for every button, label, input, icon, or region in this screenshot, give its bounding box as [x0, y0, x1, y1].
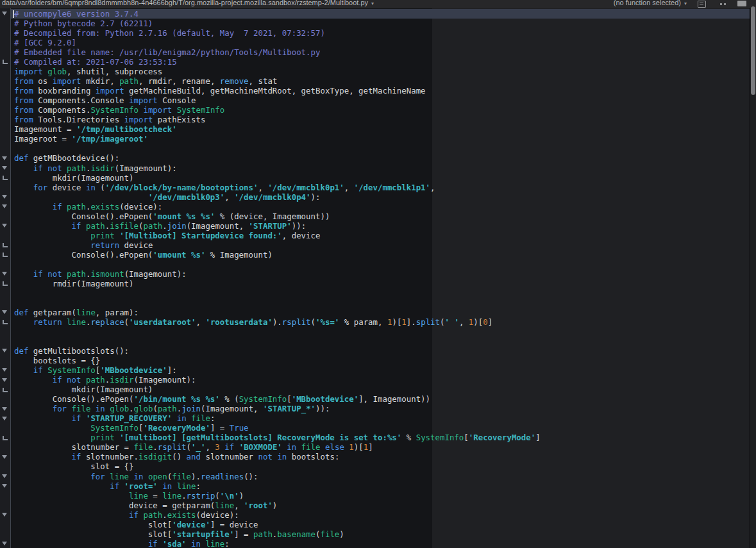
fold-end-mark-icon[interactable]	[3, 60, 8, 64]
code-line[interactable]: mkdir(Imagemount)	[14, 385, 541, 394]
code-line[interactable]: # Embedded file name: /usr/lib/enigma2/p…	[14, 47, 541, 57]
code-line[interactable]: from boxbranding import getMachineBuild,…	[14, 86, 541, 95]
text-caret	[13, 10, 14, 18]
code-line[interactable]: slotnumber = file.rsplit('_', 3 if 'BOXM…	[14, 442, 541, 452]
code-line[interactable]: for line in open(file).readlines():	[14, 472, 541, 481]
fold-open-triangle-icon[interactable]	[2, 474, 7, 478]
code-line[interactable]: if 'STARTUP_RECOVERY' in file:	[14, 413, 541, 423]
code-line[interactable]	[14, 260, 541, 269]
file-path-dropdown[interactable]: data/var/folders/bm/6qmpr8ndl8dmmmbh8n-4…	[2, 0, 374, 6]
code-line[interactable]: Console().ePopen('mount %s %s' % (device…	[14, 212, 541, 221]
fold-end-mark-icon[interactable]	[3, 176, 8, 180]
code-line[interactable]: if slotnumber.isdigit() and slotnumber n…	[14, 452, 541, 461]
code-line[interactable]: print '[multiboot] [getMultibootslots] R…	[14, 433, 541, 442]
code-line[interactable]: Imageroot = '/tmp/imageroot'	[14, 134, 541, 144]
fold-open-triangle-icon[interactable]	[2, 195, 7, 199]
code-line[interactable]: Imagemount = '/tmp/multibootcheck'	[14, 124, 541, 134]
document-icon[interactable]	[698, 1, 706, 8]
fold-open-triangle-icon[interactable]	[2, 542, 7, 545]
code-line[interactable]: if path.exists(device):	[14, 202, 541, 212]
text-marks-icon[interactable]	[719, 1, 727, 7]
fold-end-mark-icon[interactable]	[3, 388, 8, 392]
fold-open-triangle-icon[interactable]	[2, 224, 7, 228]
fold-open-triangle-icon[interactable]	[2, 455, 7, 459]
code-line[interactable]: bootslots = {}	[14, 356, 541, 365]
fold-open-triangle-icon[interactable]	[2, 407, 7, 411]
fold-end-mark-icon[interactable]	[3, 243, 8, 247]
fold-open-triangle-icon[interactable]	[2, 513, 7, 517]
fold-end-mark-icon[interactable]	[3, 253, 8, 257]
fold-open-triangle-icon[interactable]	[2, 378, 7, 382]
function-selector-dropdown[interactable]: (no function selected)▾	[614, 0, 687, 6]
fold-open-triangle-icon[interactable]	[2, 12, 7, 15]
code-line[interactable]: for file in glob.glob(path.join(Imagemou…	[14, 404, 541, 413]
code-line[interactable]: # Python bytecode 2.7 (62211)	[14, 19, 541, 28]
code-line[interactable]	[14, 298, 541, 308]
code-line[interactable]: '/dev/mmcblk0p3', '/dev/mmcblk0p4'):	[14, 192, 541, 202]
fold-open-triangle-icon[interactable]	[2, 349, 7, 353]
code-line[interactable]: if path.exists(device):	[14, 510, 541, 520]
code-line[interactable]: rmdir(Imagemount)	[14, 279, 541, 288]
file-path-label: data/var/folders/bm/6qmpr8ndl8dmmmbh8n-4…	[2, 0, 368, 6]
code-line[interactable]: from Tools.Directories import pathExists	[14, 115, 541, 124]
code-line[interactable]	[14, 327, 541, 336]
fold-gutter	[0, 8, 10, 548]
code-line[interactable]: line = line.rstrip('\n')	[14, 491, 541, 501]
code-line[interactable]: Console().ePopen('/bin/mount %s %s' % (S…	[14, 394, 541, 404]
code-line[interactable]: if not path.isdir(Imagemount):	[14, 163, 541, 173]
vertical-scrollbar-thumb[interactable]	[751, 6, 755, 95]
code-line[interactable]: import glob, shutil, subprocess	[14, 67, 541, 76]
code-line[interactable]: slot['startupfile'] = path.basename(file…	[14, 529, 541, 539]
fold-open-triangle-icon[interactable]	[2, 166, 7, 170]
code-line[interactable]: def getparam(line, param):	[14, 308, 541, 317]
code-line[interactable]: slot['device'] = device	[14, 520, 541, 529]
code-line[interactable]: if path.isfile(path.join(Imagemount, 'ST…	[14, 221, 541, 231]
code-line[interactable]: return line.replace('userdataroot', 'roo…	[14, 317, 541, 327]
code-line[interactable]: slot = {}	[14, 461, 541, 471]
code-line[interactable]: # Decompiled from: Python 2.7.16 (defaul…	[14, 28, 541, 38]
code-line[interactable]: from Components.SystemInfo import System…	[14, 105, 541, 115]
code-line[interactable]: return device	[14, 240, 541, 250]
code-line[interactable]: if not path.ismount(Imagemount):	[14, 269, 541, 279]
code-line[interactable]: if 'sda' in line:	[14, 539, 541, 548]
fold-open-triangle-icon[interactable]	[2, 204, 7, 208]
panel-toggle-icon[interactable]	[737, 1, 746, 6]
function-selector-label: (no function selected)	[614, 0, 681, 6]
code-line[interactable]: print '[Multiboot] Startupdevice found:'…	[14, 231, 541, 240]
fold-open-triangle-icon[interactable]	[2, 272, 7, 276]
code-line[interactable]: from os import mkdir, path, rmdir, renam…	[14, 76, 541, 86]
fold-open-triangle-icon[interactable]	[2, 310, 7, 314]
code-line[interactable]	[14, 144, 541, 153]
code-line[interactable]: # Compiled at: 2021-07-06 23:53:15	[14, 57, 541, 67]
code-line[interactable]: # uncompyle6 version 3.7.4	[14, 9, 541, 19]
code-line[interactable]: mkdir(Imagemount)	[14, 173, 541, 183]
fold-end-mark-icon[interactable]	[3, 436, 8, 440]
fold-open-triangle-icon[interactable]	[2, 484, 7, 488]
chevron-down-icon: ▾	[684, 1, 687, 6]
code-line[interactable]: # [GCC 9.2.0]	[14, 38, 541, 47]
navigation-bar: data/var/folders/bm/6qmpr8ndl8dmmmbh8n-4…	[0, 0, 756, 9]
fold-end-mark-icon[interactable]	[3, 281, 8, 286]
fold-open-triangle-icon[interactable]	[2, 156, 7, 160]
gutter-divider	[10, 8, 11, 548]
fold-open-triangle-icon[interactable]	[2, 417, 7, 420]
code-line[interactable]: for device in ('/dev/block/by-name/booto…	[14, 183, 541, 192]
code-line[interactable]	[14, 288, 541, 298]
fold-end-mark-icon[interactable]	[3, 320, 8, 324]
code-line[interactable]: device = getparam(line, 'root')	[14, 501, 541, 510]
code-line[interactable]: def getMBbootdevice():	[14, 153, 541, 163]
fold-open-triangle-icon[interactable]	[2, 368, 7, 372]
code-lines: # uncompyle6 version 3.7.4# Python bytec…	[14, 9, 541, 548]
code-line[interactable]: SystemInfo['RecoveryMode'] = True	[14, 423, 541, 433]
code-line[interactable]: Console().ePopen('umount %s' % Imagemoun…	[14, 250, 541, 260]
code-line[interactable]: if not path.isdir(Imagemount):	[14, 375, 541, 385]
code-line[interactable]: from Components.Console import Console	[14, 95, 541, 105]
code-editor[interactable]: # uncompyle6 version 3.7.4# Python bytec…	[0, 8, 756, 548]
code-line[interactable]: def getMultibootslots():	[14, 346, 541, 356]
code-line[interactable]: if 'root=' in line:	[14, 481, 541, 491]
code-line[interactable]	[14, 336, 541, 346]
code-line[interactable]: if SystemInfo['MBbootdevice']:	[14, 365, 541, 375]
chevron-down-icon: ▾	[371, 1, 374, 6]
